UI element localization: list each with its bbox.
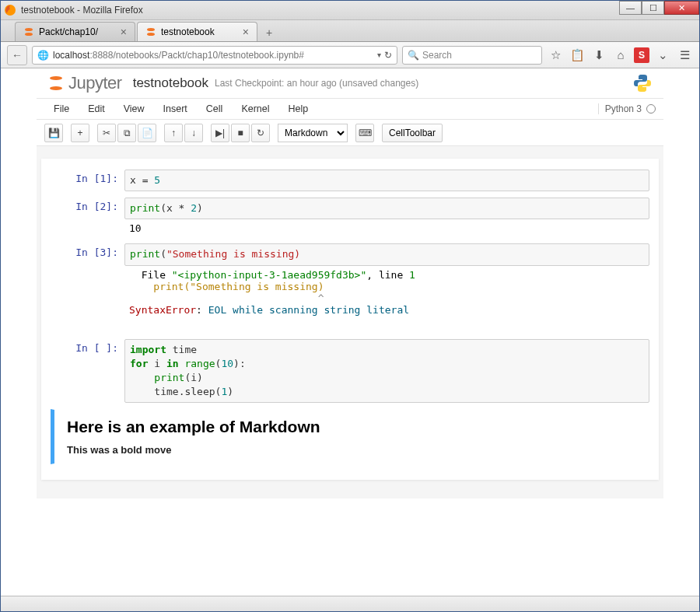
interrupt-button[interactable]: ■ [231, 124, 250, 142]
notebook-area: In [1]: x = 5 In [2]: print(x * 2) 10 [37, 146, 663, 498]
new-tab-button[interactable]: + [259, 24, 279, 41]
code-input[interactable]: x = 5 [124, 170, 649, 191]
search-icon: 🔍 [408, 50, 419, 61]
svg-point-2 [25, 33, 33, 36]
paste-button[interactable]: 📄 [138, 124, 156, 142]
extension-chevron-icon[interactable]: ⌄ [654, 47, 671, 64]
url-host: localhost [53, 50, 89, 61]
run-button[interactable]: ▶| [211, 124, 229, 142]
copy-button[interactable]: ⧉ [117, 124, 136, 142]
url-path: :8888/notebooks/Packt/chap10/testnoteboo… [89, 50, 304, 61]
home-icon[interactable]: ⌂ [612, 47, 629, 64]
cell-type-select[interactable]: Markdown [278, 124, 348, 142]
jupyter-header: Jupyter testnotebook Last Checkpoint: an… [37, 68, 663, 98]
browser-statusbar [1, 596, 699, 611]
input-prompt: In [2]: [51, 198, 124, 237]
stop-icon: ■ [237, 128, 243, 138]
code-cell-1[interactable]: In [1]: x = 5 [51, 170, 649, 191]
copy-icon: ⧉ [124, 128, 131, 138]
svg-point-4 [147, 33, 155, 36]
close-tab-icon[interactable]: × [121, 26, 127, 38]
code-input[interactable]: print("Something is missing) [124, 243, 649, 265]
svg-point-3 [147, 28, 155, 31]
kernel-indicator[interactable]: Python 3 [598, 103, 656, 114]
url-dropdown-icon[interactable]: ▾ [374, 51, 384, 59]
jupyter-wrapper: File Edit View Insert Cell Kernel Help P… [37, 98, 663, 498]
save-button[interactable]: 💾 [44, 124, 63, 142]
address-bar: ← 🌐 localhost:8888/notebooks/Packt/chap1… [1, 42, 699, 68]
code-error-output: File "<ipython-input-3-1aead959fd3b>", l… [124, 266, 649, 319]
firefox-icon [4, 4, 16, 16]
globe-icon: 🌐 [37, 50, 49, 61]
code-cell-4[interactable]: In [ ]: import time for i in range(10): … [51, 339, 649, 404]
arrow-up-icon: ↑ [171, 128, 176, 138]
jupyter-favicon-icon [23, 26, 34, 37]
save-icon: 💾 [48, 128, 60, 138]
maximize-button[interactable]: ☐ [642, 1, 664, 15]
tab-label: Packt/chap10/ [39, 26, 98, 37]
menu-view[interactable]: View [114, 100, 154, 117]
jupyter-brand-text: Jupyter [68, 73, 122, 93]
markdown-cell[interactable]: Here is an example of Markdown This was … [51, 409, 649, 464]
insert-cell-button[interactable]: + [71, 124, 89, 142]
browser-tab-testnotebook[interactable]: testnotebook × [137, 22, 257, 41]
url-field[interactable]: 🌐 localhost:8888/notebooks/Packt/chap10/… [32, 46, 397, 65]
extension-s-icon[interactable]: S [634, 47, 649, 63]
search-field[interactable]: 🔍 Search [402, 46, 542, 65]
markdown-paragraph: This was a bold move [67, 444, 636, 456]
notebook-name[interactable]: testnotebook [133, 75, 208, 91]
jupyter-menubar: File Edit View Insert Cell Kernel Help P… [37, 98, 663, 120]
move-down-button[interactable]: ↓ [184, 124, 203, 142]
kernel-name: Python 3 [605, 103, 642, 114]
kernel-idle-icon [646, 104, 656, 114]
jupyter-toolbar: 💾 + ✂ ⧉ 📄 ↑ ↓ ▶| ■ ↻ [37, 120, 663, 146]
plus-icon: + [77, 128, 82, 138]
checkpoint-status: Last Checkpoint: an hour ago (unsaved ch… [215, 78, 418, 89]
hamburger-menu-icon[interactable]: ☰ [676, 47, 693, 64]
menu-edit[interactable]: Edit [79, 100, 114, 117]
minimize-button[interactable]: — [619, 1, 642, 15]
cut-button[interactable]: ✂ [97, 124, 116, 142]
code-cell-3[interactable]: In [3]: print("Something is missing) Fil… [51, 243, 649, 318]
svg-point-1 [25, 28, 33, 31]
cut-icon: ✂ [103, 128, 110, 138]
back-button[interactable]: ← [7, 45, 27, 65]
restart-icon: ↻ [257, 128, 264, 138]
command-palette-button[interactable]: ⌨ [355, 124, 374, 142]
code-input[interactable]: print(x * 2) [124, 198, 649, 219]
move-up-button[interactable]: ↑ [164, 124, 183, 142]
jupyter-favicon-icon [145, 26, 156, 37]
jupyter-logo[interactable]: Jupyter [47, 73, 122, 93]
browser-window: testnotebook - Mozilla Firefox — ☐ ✕ Pac… [0, 0, 700, 612]
close-window-button[interactable]: ✕ [664, 1, 699, 15]
page-content: Jupyter testnotebook Last Checkpoint: an… [1, 68, 699, 596]
cell-toolbar-button[interactable]: CellToolbar [382, 124, 443, 142]
reload-icon[interactable]: ↻ [384, 50, 392, 61]
bookmark-icon[interactable]: ☆ [547, 47, 564, 64]
tab-label: testnotebook [161, 26, 215, 37]
close-tab-icon[interactable]: × [243, 26, 249, 38]
clipboard-icon[interactable]: 📋 [569, 47, 586, 64]
menu-cell[interactable]: Cell [197, 100, 233, 117]
browser-tab-packt[interactable]: Packt/chap10/ × [15, 22, 135, 41]
code-input[interactable]: import time for i in range(10): print(i)… [124, 339, 649, 404]
input-prompt: In [ ]: [51, 339, 124, 404]
markdown-heading: Here is an example of Markdown [67, 418, 636, 436]
menu-kernel[interactable]: Kernel [232, 100, 278, 117]
code-output: 10 [124, 219, 649, 237]
menu-help[interactable]: Help [279, 100, 318, 117]
menu-file[interactable]: File [44, 100, 79, 117]
tab-bar: Packt/chap10/ × testnotebook × + [1, 20, 699, 42]
jupyter-orb-icon [47, 75, 65, 92]
python-icon [632, 73, 653, 93]
download-icon[interactable]: ⬇ [590, 47, 607, 64]
window-titlebar: testnotebook - Mozilla Firefox — ☐ ✕ [1, 1, 699, 20]
input-prompt: In [3]: [51, 243, 124, 318]
menu-insert[interactable]: Insert [154, 100, 197, 117]
code-cell-2[interactable]: In [2]: print(x * 2) 10 [51, 198, 649, 237]
run-icon: ▶| [215, 128, 225, 138]
spacer [51, 325, 649, 339]
input-prompt: In [1]: [51, 170, 124, 191]
restart-button[interactable]: ↻ [251, 124, 270, 142]
paste-icon: 📄 [142, 128, 153, 138]
